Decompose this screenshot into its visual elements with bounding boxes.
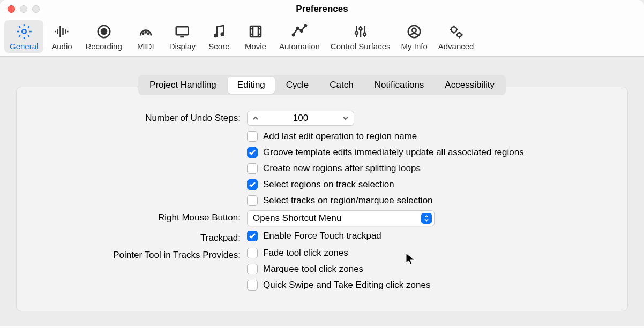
traffic-lights — [8, 5, 40, 13]
pointer-tool-label: Pointer Tool in Tracks Provides: — [38, 248, 247, 261]
checkbox-label: Marquee tool click zones — [263, 264, 363, 274]
film-icon — [248, 24, 264, 40]
user-icon — [406, 24, 422, 40]
minimize-window-button[interactable] — [20, 5, 27, 13]
undo-steps-stepper[interactable]: 100 — [247, 111, 354, 126]
toolbar-control-surfaces[interactable]: Control Surfaces — [325, 20, 396, 53]
subtab-catch[interactable]: Catch — [320, 77, 363, 94]
record-icon — [96, 24, 112, 40]
checkbox-select-tracks[interactable] — [247, 195, 258, 206]
preferences-window: Preferences General Audio Recording MIDI — [0, 0, 644, 336]
toolbar-label: Automation — [279, 42, 320, 51]
toolbar-score[interactable]: Score — [201, 20, 237, 53]
display-icon — [174, 24, 190, 40]
sliders-icon — [353, 24, 369, 40]
undo-steps-value: 100 — [264, 113, 338, 124]
toolbar-label: Advanced — [438, 42, 474, 51]
checkbox-marquee-tool[interactable] — [247, 264, 258, 274]
midi-icon — [138, 24, 154, 40]
toolbar-label: Control Surfaces — [331, 42, 391, 51]
gears-icon — [448, 24, 464, 40]
checkbox-quick-swipe[interactable] — [247, 280, 258, 291]
checkbox-add-last-edit[interactable] — [247, 131, 258, 142]
svg-point-15 — [359, 28, 362, 30]
subtab-accessibility[interactable]: Accessibility — [435, 77, 504, 94]
window-title: Preferences — [296, 4, 348, 14]
subtab-editing[interactable]: Editing — [228, 77, 275, 94]
subtab-notifications[interactable]: Notifications — [365, 77, 434, 94]
toolbar-label: Score — [208, 42, 229, 51]
svg-point-3 — [143, 33, 144, 35]
gear-icon — [16, 24, 32, 40]
undo-steps-label: Number of Undo Steps: — [38, 111, 247, 124]
maximize-window-button[interactable] — [32, 5, 40, 13]
editing-panel: Number of Undo Steps: 100 Add last edit — [16, 87, 628, 311]
svg-rect-9 — [250, 26, 261, 37]
svg-point-7 — [214, 34, 217, 37]
svg-point-12 — [301, 30, 303, 32]
checkbox-force-touch[interactable] — [247, 231, 258, 241]
automation-icon — [291, 24, 308, 40]
subtab-project-handling[interactable]: Project Handling — [140, 77, 226, 94]
toolbar-display[interactable]: Display — [164, 20, 201, 53]
svg-point-20 — [458, 33, 462, 37]
checkbox-create-regions[interactable] — [247, 163, 258, 174]
toolbar-label: General — [10, 42, 38, 51]
audio-wave-icon — [54, 24, 70, 40]
checkbox-label: Fade tool click zones — [263, 248, 348, 258]
toolbar-advanced[interactable]: Advanced — [433, 20, 480, 53]
svg-point-4 — [145, 32, 147, 33]
preferences-body: Project Handling Editing Cycle Catch Not… — [0, 57, 644, 326]
svg-point-18 — [412, 28, 416, 33]
checkbox-groove-template[interactable] — [247, 147, 258, 158]
stepper-increment[interactable] — [338, 111, 354, 125]
checkbox-label: Add last edit operation to region name — [263, 131, 417, 142]
rmb-label: Right Mouse Button: — [38, 210, 247, 223]
toolbar-label: Audio — [51, 42, 72, 51]
checkbox-fade-tool[interactable] — [247, 248, 258, 258]
toolbar-movie[interactable]: Movie — [237, 20, 274, 53]
svg-point-11 — [296, 27, 298, 29]
close-window-button[interactable] — [8, 5, 15, 13]
svg-point-10 — [293, 34, 295, 36]
checkbox-label: Groove template edits immediately update… — [263, 147, 524, 158]
checkbox-label: Enable Force Touch trackpad — [263, 231, 381, 241]
checkbox-label: Quick Swipe and Take Editing click zones — [263, 280, 430, 291]
toolbar-general[interactable]: General — [4, 20, 43, 53]
svg-rect-6 — [176, 27, 189, 35]
titlebar: Preferences — [0, 0, 644, 18]
toolbar-audio[interactable]: Audio — [43, 20, 80, 53]
toolbar-label: Movie — [245, 42, 266, 51]
toolbar-label: Recording — [85, 42, 122, 51]
checkbox-select-regions[interactable] — [247, 179, 258, 190]
toolbar-midi[interactable]: MIDI — [128, 20, 164, 53]
svg-point-16 — [363, 33, 366, 36]
toolbar-label: MIDI — [137, 42, 154, 51]
svg-point-14 — [355, 32, 358, 34]
toolbar-recording[interactable]: Recording — [80, 20, 127, 53]
rmb-select[interactable]: Opens Shortcut Menu — [247, 210, 435, 226]
toolbar-label: My Info — [401, 42, 428, 51]
stepper-decrement[interactable] — [248, 111, 264, 125]
checkbox-label: Select tracks on region/marquee selectio… — [263, 195, 433, 206]
trackpad-label: Trackpad: — [38, 231, 247, 243]
svg-point-13 — [304, 25, 306, 27]
music-note-icon — [211, 24, 227, 40]
preferences-toolbar: General Audio Recording MIDI Display — [0, 18, 644, 57]
svg-point-5 — [148, 33, 149, 35]
svg-point-0 — [22, 29, 26, 34]
svg-point-19 — [451, 27, 456, 32]
checkbox-label: Create new regions after splitting loops — [263, 163, 421, 174]
toolbar-automation[interactable]: Automation — [274, 20, 325, 53]
toolbar-my-info[interactable]: My Info — [396, 20, 433, 53]
toolbar-label: Display — [169, 42, 196, 51]
dropdown-arrows-icon — [421, 213, 432, 224]
svg-point-2 — [101, 29, 107, 34]
checkbox-label: Select regions on track selection — [263, 179, 394, 190]
rmb-value: Opens Shortcut Menu — [253, 213, 341, 224]
subtab-cycle[interactable]: Cycle — [276, 77, 319, 94]
svg-point-8 — [221, 33, 224, 36]
